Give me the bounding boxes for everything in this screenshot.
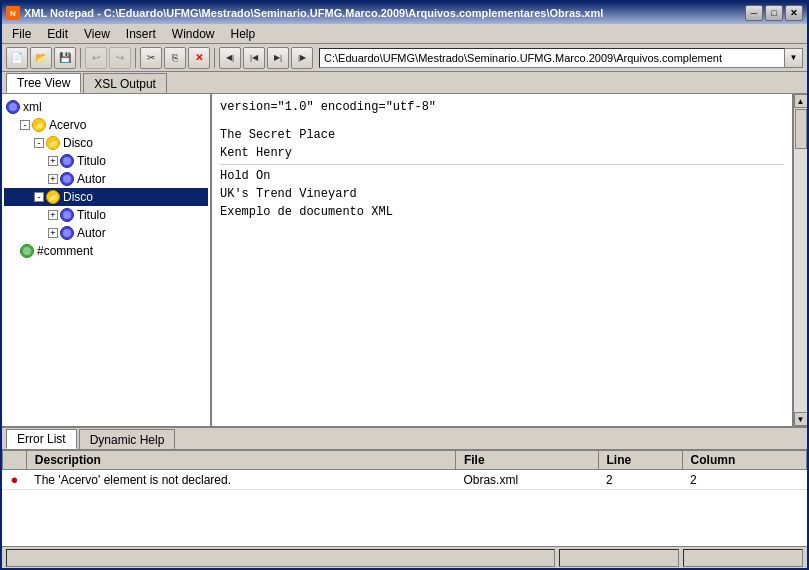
status-segment-3	[683, 549, 803, 567]
col-icon	[3, 451, 27, 470]
expand-acervo[interactable]: -	[20, 120, 30, 130]
tree-node-xml[interactable]: xml	[4, 98, 208, 116]
tab-dynamic-help[interactable]: Dynamic Help	[79, 429, 176, 449]
content-panel-with-scroll: version="1.0" encoding="utf-8" The Secre…	[212, 94, 807, 426]
vertical-scrollbar[interactable]: ▲ ▼	[793, 94, 807, 426]
status-segment-2	[559, 549, 679, 567]
status-segment-1	[6, 549, 555, 567]
menu-view[interactable]: View	[76, 24, 118, 43]
tab-tree-view[interactable]: Tree View	[6, 73, 81, 93]
title-bar-left: N XML Notepad - C:\Eduardo\UFMG\Mestrado…	[6, 6, 603, 20]
error-line: 2	[598, 470, 682, 490]
tree-node-titulo1[interactable]: + Titulo	[4, 152, 208, 170]
expand-autor1[interactable]: +	[48, 174, 58, 184]
element-icon-titulo2	[60, 208, 74, 222]
app-window: N XML Notepad - C:\Eduardo\UFMG\Mestrado…	[0, 0, 809, 570]
scroll-thumb[interactable]	[795, 109, 807, 149]
tree-node-acervo[interactable]: - 📁 Acervo	[4, 116, 208, 134]
expand-btn-2[interactable]: |◀	[243, 47, 265, 69]
folder-icon-disco2: 📁	[46, 190, 60, 204]
maximize-button[interactable]: □	[765, 5, 783, 21]
cut-button[interactable]: ✂	[140, 47, 162, 69]
expand-disco2[interactable]: -	[34, 192, 44, 202]
main-tabs-bar: Tree View XSL Output	[2, 72, 807, 94]
element-icon-autor1	[60, 172, 74, 186]
node-label-disco1: Disco	[63, 136, 93, 150]
expand-btn-4[interactable]: |▶	[291, 47, 313, 69]
tree-node-comment[interactable]: #comment	[4, 242, 208, 260]
content-panel[interactable]: version="1.0" encoding="utf-8" The Secre…	[212, 94, 793, 426]
toolbar: 📄 📂 💾 ↩ ↪ ✂ ⎘ ✕ ◀| |◀ ▶| |▶ ▼	[2, 44, 807, 72]
col-description: Description	[26, 451, 455, 470]
expand-titulo1[interactable]: +	[48, 156, 58, 166]
node-label-autor2: Autor	[77, 226, 106, 240]
node-label-titulo2: Titulo	[77, 208, 106, 222]
scroll-down-arrow[interactable]: ▼	[794, 412, 808, 426]
toolbar-sep-1	[80, 48, 81, 68]
content-line-1-1: Kent Henry	[220, 144, 784, 162]
scroll-track	[794, 108, 807, 412]
node-label-titulo1: Titulo	[77, 154, 106, 168]
new-button[interactable]: 📄	[6, 47, 28, 69]
tree-node-disco1[interactable]: - 📁 Disco	[4, 134, 208, 152]
content-line-2-1: UK's Trend Vineyard	[220, 185, 784, 203]
copy-button[interactable]: ⎘	[164, 47, 186, 69]
menu-window[interactable]: Window	[164, 24, 223, 43]
menu-bar: File Edit View Insert Window Help	[2, 24, 807, 44]
close-button[interactable]: ✕	[785, 5, 803, 21]
col-line: Line	[598, 451, 682, 470]
content-line-2-2: Exemplo de documento XML	[220, 203, 784, 221]
bottom-panel: Error List Dynamic Help Description File…	[2, 426, 807, 546]
title-bar-controls: ─ □ ✕	[745, 5, 803, 21]
tab-error-list[interactable]: Error List	[6, 429, 77, 449]
node-label-disco2: Disco	[63, 190, 93, 204]
toolbar-sep-3	[214, 48, 215, 68]
tree-node-autor2[interactable]: + Autor	[4, 224, 208, 242]
expand-titulo2[interactable]: +	[48, 210, 58, 220]
delete-button[interactable]: ✕	[188, 47, 210, 69]
menu-insert[interactable]: Insert	[118, 24, 164, 43]
tree-node-autor1[interactable]: + Autor	[4, 170, 208, 188]
folder-icon-disco1: 📁	[46, 136, 60, 150]
node-label-acervo: Acervo	[49, 118, 86, 132]
xml-header-line: version="1.0" encoding="utf-8"	[220, 98, 784, 116]
expand-btn-1[interactable]: ◀|	[219, 47, 241, 69]
status-bar	[2, 546, 807, 568]
address-bar: ▼	[319, 48, 803, 68]
menu-edit[interactable]: Edit	[39, 24, 76, 43]
undo-button[interactable]: ↩	[85, 47, 107, 69]
expand-btn-3[interactable]: ▶|	[267, 47, 289, 69]
title-bar: N XML Notepad - C:\Eduardo\UFMG\Mestrado…	[2, 2, 807, 24]
redo-button[interactable]: ↪	[109, 47, 131, 69]
menu-help[interactable]: Help	[223, 24, 264, 43]
node-label-autor1: Autor	[77, 172, 106, 186]
col-column: Column	[682, 451, 806, 470]
expand-autor2[interactable]: +	[48, 228, 58, 238]
address-dropdown[interactable]: ▼	[785, 48, 803, 68]
window-title: XML Notepad - C:\Eduardo\UFMG\Mestrado\S…	[24, 7, 603, 19]
scroll-up-arrow[interactable]: ▲	[794, 94, 808, 108]
table-row[interactable]: ● The 'Acervo' element is not declared. …	[3, 470, 807, 490]
content-line-2-0: Hold On	[220, 167, 784, 185]
content-line-1-0: The Secret Place	[220, 126, 784, 144]
address-input[interactable]	[319, 48, 785, 68]
tree-node-titulo2[interactable]: + Titulo	[4, 206, 208, 224]
error-description: The 'Acervo' element is not declared.	[26, 470, 455, 490]
tree-node-disco2[interactable]: - 📁 Disco	[4, 188, 208, 206]
node-label-comment: #comment	[37, 244, 93, 258]
content-separator-1	[220, 164, 784, 165]
app-icon: N	[6, 6, 20, 20]
expand-disco1[interactable]: -	[34, 138, 44, 148]
bottom-tabs-bar: Error List Dynamic Help	[2, 428, 807, 450]
comment-icon	[20, 244, 34, 258]
element-icon-autor2	[60, 226, 74, 240]
col-file: File	[455, 451, 598, 470]
spacer-1	[220, 116, 784, 126]
minimize-button[interactable]: ─	[745, 5, 763, 21]
open-button[interactable]: 📂	[30, 47, 52, 69]
tab-xsl-output[interactable]: XSL Output	[83, 73, 167, 93]
error-icon: ●	[3, 470, 27, 490]
menu-file[interactable]: File	[4, 24, 39, 43]
save-button[interactable]: 💾	[54, 47, 76, 69]
tree-panel: xml - 📁 Acervo - 📁 Disco	[2, 94, 212, 426]
